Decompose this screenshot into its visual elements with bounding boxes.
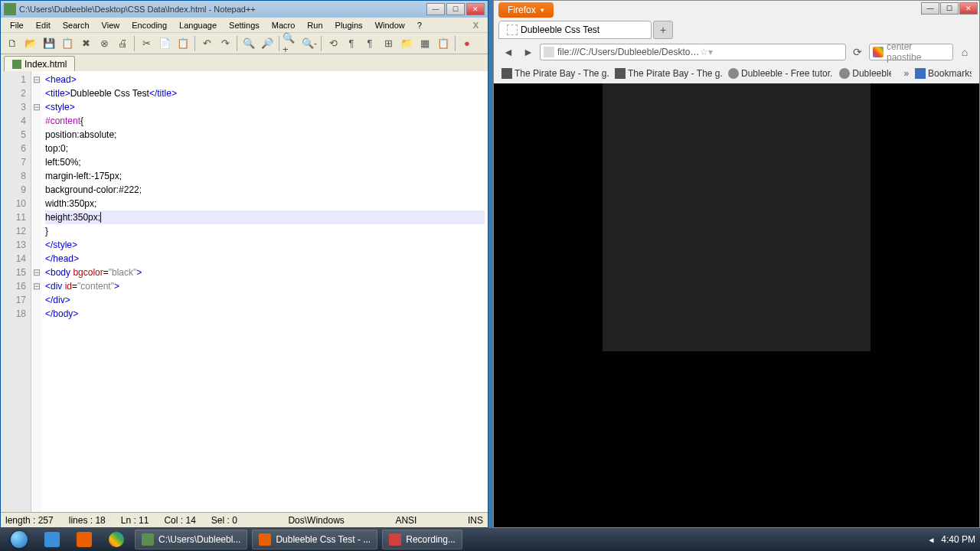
menu-run[interactable]: Run xyxy=(301,19,328,31)
editor-tab[interactable]: Index.html xyxy=(4,56,75,71)
menu-edit[interactable]: Edit xyxy=(30,19,57,31)
pinned-chrome[interactable] xyxy=(103,530,130,549)
menu-window[interactable]: Window xyxy=(369,19,411,31)
fold-column[interactable]: ⊟⊟⊟⊟ xyxy=(31,71,42,512)
minimize-button[interactable]: — xyxy=(921,2,939,15)
menu-view[interactable]: View xyxy=(96,19,126,31)
bookmark-item[interactable]: Dubleeble xyxy=(839,68,891,79)
save-icon[interactable]: 💾 xyxy=(41,35,57,52)
redo-icon[interactable]: ↷ xyxy=(217,35,234,52)
doc-map-icon[interactable]: ▦ xyxy=(416,35,433,52)
favicon-icon xyxy=(615,68,626,79)
titlebar[interactable]: C:\Users\Dubleeble\Desktop\CSS Data\Inde… xyxy=(1,1,488,18)
app-icon xyxy=(389,533,401,546)
bookmark-item[interactable]: Dubleeble - Free tutor... xyxy=(728,68,833,79)
home-button[interactable]: ⌂ xyxy=(956,44,973,60)
tray-overflow-icon[interactable]: ◄ xyxy=(927,536,935,544)
chrome-icon xyxy=(109,532,124,547)
bookmarks-overflow-icon[interactable]: » xyxy=(903,68,909,79)
bookmark-label: The Pirate Bay - The g... xyxy=(628,68,722,79)
show-all-chars-icon[interactable]: ¶ xyxy=(361,35,378,52)
taskbar-item-firefox[interactable]: Dubleeble Css Test - ... xyxy=(252,530,377,549)
taskbar-label: Recording... xyxy=(406,534,456,545)
sync-icon[interactable]: ⟲ xyxy=(325,35,341,52)
new-tab-button[interactable]: + xyxy=(653,21,673,39)
print-icon[interactable]: 🖨 xyxy=(114,35,131,52)
bookmark-item[interactable]: The Pirate Bay - The g... xyxy=(501,68,609,79)
tab-close-x[interactable]: X xyxy=(467,19,485,31)
site-identity-icon[interactable] xyxy=(544,47,554,57)
taskbar-item-notepadpp[interactable]: C:\Users\Dubleebl... xyxy=(135,530,247,549)
taskbar-item-recording[interactable]: Recording... xyxy=(382,530,462,549)
status-eol: Dos\Windows xyxy=(288,515,344,526)
tab-title: Dubleeble Css Test xyxy=(521,24,599,35)
bookmarks-menu[interactable]: Bookmarks xyxy=(915,68,972,79)
folder-tree-icon[interactable]: 📁 xyxy=(398,35,415,52)
bookmarks-icon xyxy=(915,68,926,79)
cut-icon[interactable]: ✂ xyxy=(138,35,155,52)
func-list-icon[interactable]: 📋 xyxy=(435,35,452,52)
forward-button[interactable]: ► xyxy=(520,44,537,60)
zoom-in-icon[interactable]: 🔍+ xyxy=(283,35,299,52)
firefox-menu-button[interactable]: Firefox xyxy=(498,2,554,18)
menubar: File Edit Search View Encoding Language … xyxy=(1,18,488,33)
bookmark-item[interactable]: The Pirate Bay - The g... xyxy=(615,68,722,79)
app-icon xyxy=(4,3,16,15)
page-icon xyxy=(507,24,518,35)
separator xyxy=(279,36,279,51)
paste-icon[interactable]: 📋 xyxy=(175,35,191,52)
taskbar-label: C:\Users\Dubleebl... xyxy=(158,534,240,545)
menu-help[interactable]: ? xyxy=(411,19,428,31)
wrap-icon[interactable]: ¶ xyxy=(343,35,360,52)
system-tray[interactable]: ◄ 4:40 PM xyxy=(927,534,975,545)
menu-language[interactable]: Language xyxy=(173,19,223,31)
status-col: Col : 14 xyxy=(164,515,195,526)
menu-encoding[interactable]: Encoding xyxy=(126,19,173,31)
indent-guide-icon[interactable]: ⊞ xyxy=(380,35,397,52)
notepadpp-window: C:\Users\Dubleeble\Desktop\CSS Data\Inde… xyxy=(0,0,488,528)
maximize-button[interactable]: ☐ xyxy=(446,3,465,15)
menu-plugins[interactable]: Plugins xyxy=(329,19,369,31)
favicon-icon xyxy=(728,68,739,79)
record-macro-icon[interactable]: ● xyxy=(459,35,475,52)
close-file-icon[interactable]: ✖ xyxy=(77,35,94,52)
pinned-firefox[interactable] xyxy=(70,530,98,549)
maximize-button[interactable]: ☐ xyxy=(940,2,959,15)
close-all-icon[interactable]: ⊗ xyxy=(96,35,113,52)
pinned-ie[interactable] xyxy=(38,530,66,549)
undo-icon[interactable]: ↶ xyxy=(198,35,215,52)
firefox-label: Firefox xyxy=(508,5,536,15)
close-button[interactable]: ✕ xyxy=(466,3,485,15)
app-icon xyxy=(142,533,154,546)
taskbar: C:\Users\Dubleebl... Dubleeble Css Test … xyxy=(0,528,980,551)
menu-macro[interactable]: Macro xyxy=(266,19,302,31)
new-file-icon[interactable]: 🗋 xyxy=(4,35,21,52)
menu-search[interactable]: Search xyxy=(57,19,96,31)
save-all-icon[interactable]: 📋 xyxy=(59,35,76,52)
close-button[interactable]: ✕ xyxy=(959,2,978,15)
back-button[interactable]: ◄ xyxy=(500,44,517,60)
bookmark-star-icon[interactable]: ☆▾ xyxy=(700,47,842,57)
replace-icon[interactable]: 🔎 xyxy=(259,35,276,52)
menu-file[interactable]: File xyxy=(4,19,30,31)
search-bar[interactable]: center paostibe xyxy=(869,44,953,60)
start-button[interactable] xyxy=(5,530,34,549)
menu-settings[interactable]: Settings xyxy=(223,19,266,31)
file-icon xyxy=(12,60,21,69)
editor-area[interactable]: 123456789101112131415161718 ⊟⊟⊟⊟ <head><… xyxy=(1,71,488,512)
find-icon[interactable]: 🔍 xyxy=(240,35,257,52)
clock[interactable]: 4:40 PM xyxy=(941,534,975,545)
browser-tab[interactable]: Dubleeble Css Test xyxy=(498,21,652,39)
reload-button[interactable]: ⟳ xyxy=(849,44,866,60)
minimize-button[interactable]: — xyxy=(426,3,445,15)
page-viewport[interactable] xyxy=(494,83,979,527)
separator xyxy=(237,36,237,51)
window-controls: — ☐ ✕ xyxy=(921,2,978,15)
status-ln: Ln : 11 xyxy=(121,515,149,526)
zoom-out-icon[interactable]: 🔍- xyxy=(301,35,318,52)
copy-icon[interactable]: 📄 xyxy=(156,35,173,52)
favicon-icon xyxy=(501,68,512,79)
url-bar[interactable]: file:///C:/Users/Dubleeble/Desktop/CSS D… xyxy=(540,44,846,60)
open-file-icon[interactable]: 📂 xyxy=(22,35,39,52)
code-area[interactable]: <head><title>Dubleeble Css Test</title><… xyxy=(42,71,488,512)
